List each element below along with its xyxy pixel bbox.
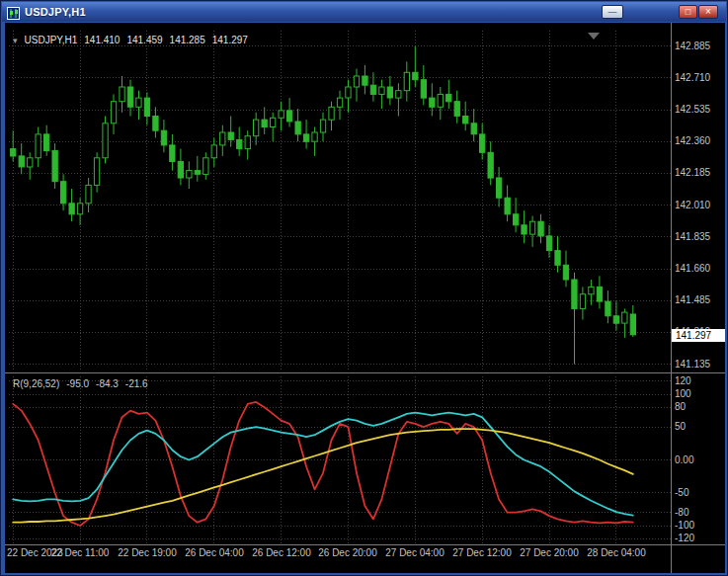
candle-body [572,280,577,308]
panel-divider[interactable] [5,372,725,373]
candle-body [161,130,166,145]
symbol-period-label: USDJPY,H1 [25,35,78,45]
price-axis-label: 141.835 [675,231,710,242]
close-button[interactable]: × [698,5,718,19]
candle-body [211,145,216,158]
candle-body [69,204,74,214]
candle-body [563,265,568,280]
collapse-icon[interactable]: ▾ [13,36,18,45]
candle-body [52,150,57,181]
indicator-axis-label: 0.00 [675,454,693,465]
indicator-name: R(9,26,52) [13,378,59,389]
candle-body [529,221,534,234]
minimize-button[interactable]: — [602,5,623,19]
candle-body [245,136,250,149]
candle-body [555,251,560,266]
price-axis-label: 142.185 [675,167,710,178]
candle-body [61,182,66,204]
candle-body [370,85,375,94]
candle-body [312,132,317,141]
candle-body [463,117,468,123]
candle-body [589,287,594,293]
window-title: USDJPY,H1 [25,6,86,18]
indicator-line-r9 [13,402,633,526]
ohlc-header: ▾ USDJPY,H1 141.410 141.459 141.285 141.… [13,35,248,45]
candle-body [103,123,108,158]
candle-body [136,98,141,107]
price-axis-label: 142.535 [675,104,710,115]
indicator-axis-label: -50 [675,487,688,498]
titlebar[interactable]: USDJPY,H1 — □ × [2,2,726,22]
candle-body [379,87,384,94]
candle-body [11,149,16,156]
candle-body [613,316,618,323]
indicator-axis-label: 120 [675,375,691,386]
candle-body [421,80,426,98]
candle-body [488,152,493,178]
candle-body [28,158,33,167]
candle-body [203,158,208,175]
chart-canvas[interactable] [5,23,725,573]
candle-body [387,87,392,98]
candle-body [77,204,82,214]
candle-body [220,132,225,145]
price-axis-label: 142.710 [675,72,710,83]
maximize-button[interactable]: □ [679,5,697,19]
candle-body [295,122,300,134]
candle-body [505,198,510,214]
chart-window: USDJPY,H1 — □ × ▾ USDJPY,H1 141.410 141.… [0,0,728,576]
candle-body [497,178,502,198]
candle-body [396,91,401,98]
candle-body [254,120,259,136]
candle-body [622,312,627,323]
price-axis-label: 142.360 [675,135,710,146]
candle-body [320,120,325,132]
indicator-line-r26 [13,413,633,516]
candle-body [271,118,276,126]
indicator-axis-label: 50 [675,421,686,432]
candle-body [237,139,242,148]
price-axis-label: 141.660 [675,263,710,274]
candle-body [86,185,91,203]
candle-body [471,123,476,134]
candle-body [438,94,443,107]
open-value: 141.410 [84,35,120,45]
candle-body [178,161,183,178]
price-axis-label: 141.485 [675,294,710,305]
candle-body [94,158,99,186]
candle-body [187,171,192,178]
candle-body [279,111,283,118]
indicator-value-3: -21.6 [125,378,148,389]
candle-body [120,87,124,102]
candle-body [262,120,267,126]
candle-body [127,87,132,107]
time-axis-divider [5,544,725,545]
indicator-value-1: -95.0 [66,378,89,389]
candle-body [480,134,485,152]
indicator-axis-label: -120 [675,533,694,543]
candle-body [153,117,158,131]
candle-body [522,225,526,234]
candle-body [144,98,149,116]
low-value: 141.285 [170,35,205,45]
candle-body [170,145,175,162]
candle-body [538,221,543,236]
candle-body [597,287,602,301]
price-axis-label: 141.135 [675,359,710,370]
candle-body [111,102,116,123]
candle-body [19,156,24,167]
candle-body [337,98,342,107]
price-axis-line[interactable] [671,23,672,573]
indicator-axis-label: -100 [675,520,694,531]
candle-body [36,134,40,158]
candle-body [630,314,635,335]
price-axis-label: 142.010 [675,200,710,210]
candle-body [454,102,459,117]
candle-body [329,107,334,120]
indicator-axis-label: -80 [675,507,688,518]
chart-icon [7,6,20,19]
candle-body [446,94,451,101]
chart-client-area: ▾ USDJPY,H1 141.410 141.459 141.285 141.… [5,23,725,573]
indicator-axis-label: 100 [675,388,691,399]
close-value: 141.297 [212,35,248,45]
